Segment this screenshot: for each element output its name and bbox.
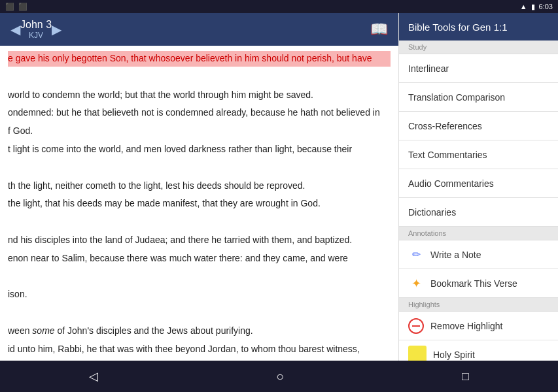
tool-interlinear[interactable]: Interlinear (399, 54, 558, 83)
highlights-section-label: Highlights (399, 298, 558, 312)
star-icon: ✦ (408, 276, 424, 291)
tool-write-note[interactable]: ✏ Write a Note (399, 240, 558, 269)
prev-chapter-icon[interactable]: ◀ (10, 22, 20, 37)
verse-20: th the light, neither cometh to the ligh… (8, 178, 391, 194)
book-name: John 3 (20, 19, 52, 31)
annotations-section-label: Annotations (399, 227, 558, 240)
android-home-button[interactable]: ○ (276, 369, 284, 384)
bible-book-icon[interactable]: 📖 (370, 21, 388, 38)
bible-version: KJV (20, 31, 52, 40)
tools-header-title: Bible Tools for Gen 1:1 (408, 22, 507, 33)
app-icon-1: ⬛ (5, 3, 14, 11)
verse-22: nd his disciples into the land of Judaea… (8, 233, 391, 248)
tools-header: Bible Tools for Gen 1:1 (399, 13, 558, 41)
tool-dictionaries[interactable]: Dictionaries (399, 198, 558, 227)
next-chapter-icon[interactable]: ▶ (52, 22, 61, 37)
android-recent-button[interactable]: □ (462, 370, 469, 384)
verse-19: t light is come into the world, and men … (8, 142, 391, 157)
app-icon-2: ⬛ (18, 3, 27, 11)
verse-spacer (8, 69, 391, 85)
verse-18b: f God. (8, 123, 391, 139)
tool-bookmark-verse[interactable]: ✦ Bookmark This Verse (399, 269, 558, 298)
verse-26: id unto him, Rabbi, he that was with the… (8, 342, 391, 357)
tool-text-commentaries[interactable]: Text Commentaries (399, 140, 558, 169)
battery-icon: ▮ (531, 3, 535, 11)
study-section-label: Study (399, 41, 558, 54)
tool-audio-commentaries[interactable]: Audio Commentaries (399, 169, 558, 198)
tool-translation-comparison[interactable]: Translation Comparison (399, 83, 558, 112)
time-display: 6:03 (539, 3, 553, 10)
nav-bar: ◀ John 3 KJV ▶ 📖 (0, 13, 398, 46)
status-bar-left: ⬛ ⬛ (5, 3, 27, 11)
verse-16-highlighted: e gave his only begotten Son, that whoso… (8, 51, 391, 67)
verse-spacer5 (8, 305, 391, 321)
remove-highlight-icon (408, 318, 424, 334)
verse-spacer4 (8, 269, 391, 285)
pencil-icon: ✏ (408, 248, 424, 261)
nav-title: John 3 KJV (20, 19, 52, 40)
wifi-icon: ▲ (520, 3, 527, 10)
verse-17: world to condemn the world; but that the… (8, 88, 391, 103)
tools-panel: Bible Tools for Gen 1:1 Study Interlinea… (398, 13, 558, 392)
tool-remove-highlight[interactable]: Remove Highlight (399, 312, 558, 340)
status-bar: ⬛ ⬛ ▲ ▮ 6:03 (0, 0, 558, 13)
bible-panel: ◀ John 3 KJV ▶ 📖 e gave his only begotte… (0, 13, 398, 392)
next-arrow-area[interactable]: ▶ (52, 22, 61, 37)
prev-arrow-area[interactable]: ◀ (10, 22, 20, 37)
status-bar-right: ▲ ▮ 6:03 (520, 3, 553, 11)
tool-cross-references[interactable]: Cross-References (399, 112, 558, 140)
android-back-button[interactable]: ◁ (89, 369, 98, 384)
verse-24: ison. (8, 287, 391, 302)
android-nav-bar: ◁ ○ □ (0, 361, 558, 392)
verse-spacer2 (8, 160, 391, 176)
verse-18a: ondemned: but he that believeth not is c… (8, 105, 391, 121)
verse-21: the light, that his deeds may be made ma… (8, 196, 391, 212)
bible-text-area[interactable]: e gave his only begotten Son, that whoso… (0, 46, 398, 361)
verse-23: enon near to Salim, because there was mu… (8, 251, 391, 267)
main-container: ◀ John 3 KJV ▶ 📖 e gave his only begotte… (0, 13, 558, 392)
verse-spacer3 (8, 214, 391, 230)
verse-25: ween some of John's disciples and the Je… (8, 323, 391, 339)
